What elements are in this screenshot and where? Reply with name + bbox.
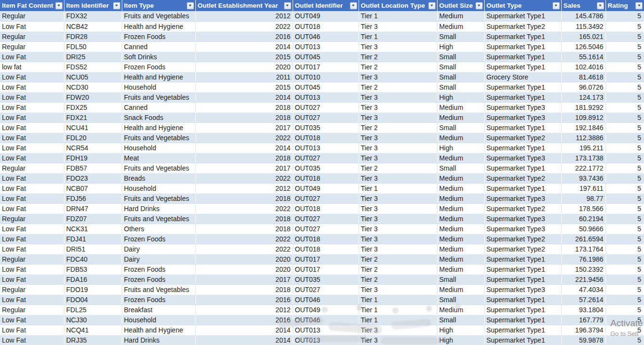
cell[interactable]: 2022 bbox=[195, 21, 293, 31]
cell[interactable]: OUT049 bbox=[293, 11, 359, 21]
cell[interactable]: FDX32 bbox=[64, 11, 122, 21]
cell[interactable]: Small bbox=[437, 62, 484, 72]
cell[interactable]: FDC40 bbox=[64, 254, 122, 264]
cell[interactable]: OUT049 bbox=[293, 183, 359, 193]
cell[interactable]: 2014 bbox=[195, 143, 293, 153]
filter-dropdown-icon[interactable] bbox=[187, 2, 194, 9]
cell[interactable]: Supermarket Type3 bbox=[484, 224, 561, 234]
cell[interactable]: Tier 3 bbox=[359, 335, 437, 345]
cell[interactable]: 195.211 bbox=[561, 143, 605, 153]
cell[interactable]: Tier 3 bbox=[359, 143, 437, 153]
cell[interactable]: DRI25 bbox=[64, 52, 122, 62]
cell[interactable]: 5 bbox=[605, 305, 644, 315]
cell[interactable]: NCR54 bbox=[64, 143, 122, 153]
cell[interactable]: Tier 2 bbox=[359, 254, 437, 264]
cell[interactable]: 2014 bbox=[195, 335, 293, 345]
cell[interactable]: 222.1772 bbox=[561, 163, 605, 173]
cell[interactable]: FDB57 bbox=[64, 163, 122, 173]
cell[interactable]: Supermarket Type3 bbox=[484, 102, 561, 112]
cell[interactable]: 221.9456 bbox=[561, 274, 605, 284]
cell[interactable]: 5 bbox=[605, 284, 644, 294]
cell[interactable]: 126.5046 bbox=[561, 41, 605, 52]
cell[interactable]: Tier 1 bbox=[359, 183, 437, 193]
cell[interactable]: Small bbox=[437, 52, 484, 62]
cell[interactable]: OUT018 bbox=[293, 203, 359, 213]
cell[interactable]: Supermarket Type1 bbox=[484, 62, 561, 72]
cell[interactable]: DRN47 bbox=[64, 203, 122, 213]
cell[interactable]: 181.9292 bbox=[561, 102, 605, 112]
cell[interactable]: Tier 1 bbox=[359, 294, 437, 305]
cell[interactable]: FDB53 bbox=[64, 264, 122, 274]
cell[interactable]: 60.2194 bbox=[561, 213, 605, 224]
cell[interactable]: NCD30 bbox=[64, 82, 122, 92]
cell[interactable]: 112.3886 bbox=[561, 133, 605, 143]
cell[interactable]: Tier 3 bbox=[359, 203, 437, 213]
cell[interactable]: Supermarket Type1 bbox=[484, 315, 561, 325]
cell[interactable]: Health and Hygiene bbox=[122, 21, 195, 31]
cell[interactable]: OUT017 bbox=[293, 264, 359, 274]
cell[interactable]: Low Fat bbox=[0, 234, 64, 244]
cell[interactable]: Low Fat bbox=[0, 153, 64, 163]
cell[interactable]: Regular bbox=[0, 305, 64, 315]
cell[interactable]: Supermarket Type3 bbox=[484, 153, 561, 163]
cell[interactable]: 96.0726 bbox=[561, 82, 605, 92]
cell[interactable]: OUT035 bbox=[293, 122, 359, 133]
cell[interactable]: Regular bbox=[0, 284, 64, 294]
cell[interactable]: Supermarket Type2 bbox=[484, 21, 561, 31]
cell[interactable]: Medium bbox=[437, 203, 484, 213]
cell[interactable]: 2016 bbox=[195, 31, 293, 41]
column-header-outlet-size[interactable]: Outlet Size bbox=[437, 0, 484, 11]
cell[interactable]: DRJ35 bbox=[64, 335, 122, 345]
cell[interactable]: Medium bbox=[437, 244, 484, 254]
cell[interactable]: Fruits and Vegetables bbox=[122, 92, 195, 102]
cell[interactable]: OUT027 bbox=[293, 284, 359, 294]
cell[interactable]: OUT013 bbox=[293, 335, 359, 345]
cell[interactable]: 5 bbox=[605, 133, 644, 143]
cell[interactable]: Low Fat bbox=[0, 112, 64, 122]
cell[interactable]: 2018 bbox=[195, 193, 293, 203]
column-header-item-type[interactable]: Item Type bbox=[122, 0, 195, 11]
cell[interactable]: Low Fat bbox=[0, 122, 64, 133]
cell[interactable]: OUT013 bbox=[293, 143, 359, 153]
cell[interactable]: FDL50 bbox=[64, 41, 122, 52]
cell[interactable]: Medium bbox=[437, 254, 484, 264]
cell[interactable]: Medium bbox=[437, 153, 484, 163]
cell[interactable]: Supermarket Type1 bbox=[484, 31, 561, 41]
cell[interactable]: Tier 3 bbox=[359, 112, 437, 122]
cell[interactable]: OUT018 bbox=[293, 133, 359, 143]
cell[interactable]: 2022 bbox=[195, 244, 293, 254]
cell[interactable]: 5 bbox=[605, 112, 644, 122]
cell[interactable]: OUT046 bbox=[293, 315, 359, 325]
column-header-rating[interactable]: Rating bbox=[605, 0, 644, 11]
cell[interactable]: Low Fat bbox=[0, 143, 64, 153]
filter-dropdown-icon[interactable] bbox=[113, 2, 120, 9]
filter-dropdown-icon[interactable] bbox=[476, 2, 483, 9]
cell[interactable]: Medium bbox=[437, 284, 484, 294]
cell[interactable]: 5 bbox=[605, 193, 644, 203]
cell[interactable]: 2022 bbox=[195, 173, 293, 183]
cell[interactable]: Supermarket Type1 bbox=[484, 11, 561, 21]
cell[interactable]: 2016 bbox=[195, 294, 293, 305]
cell[interactable]: 5 bbox=[605, 254, 644, 264]
cell[interactable]: 5 bbox=[605, 52, 644, 62]
cell[interactable]: 2020 bbox=[195, 264, 293, 274]
cell[interactable]: 2018 bbox=[195, 284, 293, 294]
cell[interactable]: 2012 bbox=[195, 305, 293, 315]
cell[interactable]: FDO04 bbox=[64, 294, 122, 305]
cell[interactable]: Tier 1 bbox=[359, 31, 437, 41]
cell[interactable]: Low Fat bbox=[0, 335, 64, 345]
cell[interactable]: Tier 2 bbox=[359, 122, 437, 133]
cell[interactable]: Fruits and Vegetables bbox=[122, 193, 195, 203]
cell[interactable]: Meat bbox=[122, 153, 195, 163]
cell[interactable]: 59.9878 bbox=[561, 335, 605, 345]
filter-dropdown-icon[interactable] bbox=[55, 2, 63, 9]
cell[interactable]: 102.4016 bbox=[561, 62, 605, 72]
cell[interactable]: Small bbox=[437, 315, 484, 325]
cell[interactable]: 2015 bbox=[195, 52, 293, 62]
cell[interactable]: Supermarket Type2 bbox=[484, 173, 561, 183]
cell[interactable]: Household bbox=[122, 143, 195, 153]
cell[interactable]: Supermarket Type3 bbox=[484, 112, 561, 122]
cell[interactable]: OUT017 bbox=[293, 254, 359, 264]
cell[interactable]: OUT017 bbox=[293, 62, 359, 72]
cell[interactable]: High bbox=[437, 92, 484, 102]
